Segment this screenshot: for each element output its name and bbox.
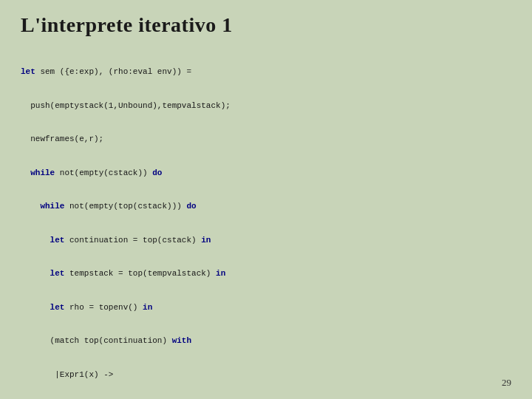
code-line-10: |Expr1(x) -> [21, 369, 511, 381]
code-line-2: push(emptystack(1,Unbound),tempvalstack)… [21, 100, 511, 112]
code-line-3: newframes(e,r); [21, 134, 511, 145]
code-line-8: let rho = topenv() in [21, 302, 511, 313]
code-line-1: let sem ({e:exp), (rho:eval env)) = [21, 66, 511, 78]
code-block: let sem ({e:exp), (rho:eval env)) = push… [21, 44, 511, 399]
code-line-4: while not(empty(cstack)) do [21, 168, 511, 179]
code-line-5: while not(empty(top(cstack))) do [21, 201, 511, 212]
page-number: 29 [502, 377, 511, 389]
code-line-9: (match top(continuation) with [21, 335, 511, 347]
code-line-7: let tempstack = top(tempvalstack) in [21, 268, 511, 279]
slide: L'interprete iterativo 1 let sem ({e:exp… [0, 0, 532, 399]
slide-title: L'interprete iterativo 1 [21, 13, 511, 37]
code-line-6: let continuation = top(cstack) in [21, 235, 511, 246]
